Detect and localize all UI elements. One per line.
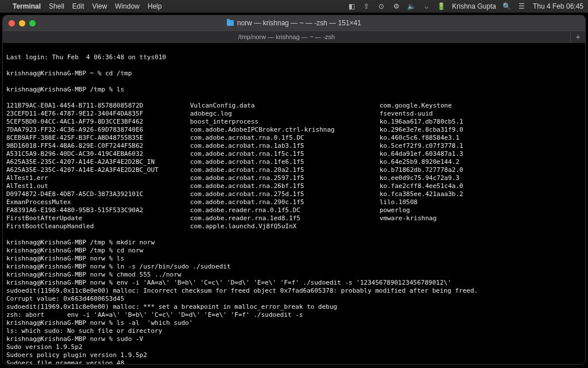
- menubar-clock[interactable]: Thu 4 Feb 06:45: [533, 2, 583, 10]
- term-line: Last login: Thu Feb 4 06:36:48 on ttys01…: [6, 53, 582, 62]
- ls-cell: ko.fae2cff8.4ee51c4a.0: [380, 182, 463, 190]
- ls-cell: 23CEFD11-4E76-4787-9E12-3404F4DA835F: [6, 110, 190, 118]
- ls-cell: ko.fca385ee.421aaa3b.2: [380, 190, 463, 198]
- status-icon[interactable]: ⊙: [377, 2, 385, 10]
- ls-row: 5CEF5BD0-04CC-4AC1-AF79-8D3CCE3BF462boos…: [6, 118, 582, 126]
- control-center-icon[interactable]: ☰: [518, 2, 526, 10]
- menubar-left: Terminal Shell Edit View Window Help: [5, 2, 162, 10]
- status-icon[interactable]: ◧: [347, 2, 355, 10]
- menu-shell[interactable]: Shell: [49, 2, 64, 10]
- ls-row: ExmanProcessMutexcom.adobe.acrobat.rna.2…: [6, 198, 582, 206]
- term-line: sudoedit(11969,0x11c8e0e00) malloc: Inco…: [6, 287, 582, 295]
- ls-cell: FirstBootAfterUpdate: [6, 214, 190, 223]
- term-line: krishnag@KrishnaG-MBP /tmp % ls: [6, 86, 582, 94]
- ls-cell: com.adobe.AdobeIPCBroker.ctrl-krishnag: [190, 126, 380, 134]
- menu-view[interactable]: View: [92, 2, 107, 10]
- ls-cell: A531C5A9-B296-40DC-AC30-419C4EBA6032: [6, 150, 190, 158]
- ls-cell: FirstBootCleanupHandled: [6, 223, 190, 231]
- ls-cell: 9BD16018-FF54-4BA6-829E-C0F7244F5B62: [6, 142, 190, 150]
- ls-cell: ko.64da91ef.603487a1.3: [380, 150, 463, 158]
- ls-row: FirstBootAfterUpdatecom.adobe.reader.rna…: [6, 214, 582, 223]
- term-line: Corrupt value: 0x663d4600653d45: [6, 295, 582, 303]
- ls-row: 8CEB9AFF-388E-425F-B3FC-ABD48755B35Ecom.…: [6, 134, 582, 142]
- menu-window[interactable]: Window: [115, 2, 140, 10]
- ls-cell: com.google.Keystone: [380, 102, 452, 110]
- menubar-user[interactable]: Krishna Gupta: [452, 2, 496, 10]
- ls-cell: AlTest1.out: [6, 182, 190, 190]
- ls-row: AlTest1.errcom.adobe.acrobat.rna.2597.1f…: [6, 174, 582, 182]
- ls-cell: com.adobe.acrobat.rna.2597.1f5: [190, 174, 380, 182]
- menu-edit[interactable]: Edit: [72, 2, 84, 10]
- term-line: krishnag@KrishnaG-MBP /tmp % mkdir norw: [6, 239, 582, 247]
- tab-active[interactable]: /tmp/norw — krishnag — ~ — -zsh: [3, 31, 570, 43]
- menu-help[interactable]: Help: [148, 2, 162, 10]
- ls-cell: com.adobe.acrobat.rna.26bf.1f5: [190, 182, 380, 190]
- battery-icon[interactable]: 🔋: [437, 2, 445, 10]
- ls-cell: D0974872-D4E8-4DB7-A5CD-3873A392101C: [6, 190, 190, 198]
- term-line: Sudo version 1.9.5p2: [6, 343, 582, 351]
- ls-cell: ko.460c5c6.f88584e3.1: [380, 134, 459, 142]
- ls-cell: FA8391A6-E198-4480-95B3-515F533C90A2: [6, 206, 190, 214]
- ls-row: 9BD16018-FF54-4BA6-829E-C0F7244F5B62com.…: [6, 142, 582, 150]
- ls-cell: ko.64e25b9.8920e144.2: [380, 158, 459, 166]
- ls-cell: 7DAA7923-FF32-4C36-A926-69D7838740E6: [6, 126, 190, 134]
- term-line: krishnag@KrishnaG-MBP /tmp % cd norw: [6, 247, 582, 255]
- ls-cell: ko.296e3e7e.8cba31f9.0: [380, 126, 463, 134]
- term-line: krishnag@KrishnaG-MBP norw % sudo -V: [6, 335, 582, 343]
- wifi-icon[interactable]: ⌵: [422, 2, 430, 10]
- ls-row: 121B79AC-E0A1-4454-B711-85788085872DVulc…: [6, 102, 582, 110]
- ls-cell: vmware-krishnag: [380, 214, 436, 223]
- terminal-output[interactable]: Last login: Thu Feb 4 06:36:48 on ttys01…: [3, 43, 585, 364]
- ls-cell: ko.b71862db.727778a2.0: [380, 166, 463, 174]
- ls-cell: com.adobe.acrobat.rna.0.1f5.DC: [190, 134, 380, 142]
- ls-cell: com.adobe.reader.rna.1ed8.1f5: [190, 214, 380, 223]
- ls-row: AlTest1.outcom.adobe.acrobat.rna.26bf.1f…: [6, 182, 582, 190]
- app-name[interactable]: Terminal: [13, 2, 41, 10]
- window-titlebar[interactable]: norw — krishnag — ~ — -zsh — 151×41: [3, 16, 585, 30]
- folder-icon: [227, 20, 234, 26]
- ls-cell: com.adobe.acrobat.rna.290c.1f5: [190, 198, 380, 206]
- volume-icon[interactable]: 🔈: [407, 2, 415, 10]
- ls-cell: 8CEB9AFF-388E-425F-B3FC-ABD48755B35E: [6, 134, 190, 142]
- ls-cell: adobegc.log: [190, 110, 380, 118]
- status-icon[interactable]: ⚙: [392, 2, 400, 10]
- ls-cell: com.apple.launchd.Vj8fQ5uInX: [190, 223, 380, 231]
- ls-cell: ko.5cef72f9.c07f3778.1: [380, 142, 463, 150]
- term-line: Sudoers file grammar version 48: [6, 359, 582, 364]
- menubar-right: ◧ ⇪ ⊙ ⚙ 🔈 ⌵ 🔋 Krishna Gupta 🔍 ☰ Thu 4 Fe…: [347, 2, 583, 10]
- ls-cell: com.adobe.acrobat.rna.20a2.1f5: [190, 166, 380, 174]
- terminal-window: norw — krishnag — ~ — -zsh — 151×41 /tmp…: [2, 15, 586, 365]
- ls-cell: ko.ee0d9c75.94c72a9.3: [380, 174, 459, 182]
- ls-row: FA8391A6-E198-4480-95B3-515F533C90A2com.…: [6, 206, 582, 214]
- ls-cell: 5CEF5BD0-04CC-4AC1-AF79-8D3CCE3BF462: [6, 118, 190, 126]
- term-line: ls: which sudo: No such file or director…: [6, 327, 582, 335]
- term-line: sudoedit(11969,0x11c8e0e00) malloc: *** …: [6, 303, 582, 311]
- ls-row: 7DAA7923-FF32-4C36-A926-69D7838740E6com.…: [6, 126, 582, 134]
- ls-cell: com.adobe.acrobat.rna.1f5c.1f5: [190, 150, 380, 158]
- ls-cell: com.adobe.reader.rna.0.1f5.DC: [190, 206, 380, 214]
- ls-cell: powerlog: [380, 206, 410, 214]
- ls-cell: ExmanProcessMutex: [6, 198, 190, 206]
- ls-row: A531C5A9-B296-40DC-AC30-419C4EBA6032com.…: [6, 150, 582, 158]
- ls-cell: A625A35E-235C-4207-A14E-A2A3F4E2D2BC_OUT: [6, 166, 190, 174]
- ls-row: A625A35E-235C-4207-A14E-A2A3F4E2D2BC_OUT…: [6, 166, 582, 174]
- term-line: krishnag@KrishnaG-MBP norw % chmod 555 .…: [6, 271, 582, 279]
- ls-cell: lilo.10508: [380, 198, 417, 206]
- status-icon[interactable]: ⇪: [362, 2, 370, 10]
- term-line: zsh: abort env -i 'AA=a\' 'B=b\' 'C=c\' …: [6, 311, 582, 319]
- tab-bar: /tmp/norw — krishnag — ~ — -zsh +: [3, 30, 585, 43]
- ls-cell: boost_interprocess: [190, 118, 380, 126]
- term-line: krishnag@KrishnaG-MBP norw % ls -al 'whi…: [6, 319, 582, 327]
- term-line: krishnag@KrishnaG-MBP norw % ls: [6, 255, 582, 263]
- search-icon[interactable]: 🔍: [503, 2, 511, 10]
- window-title: norw — krishnag — ~ — -zsh — 151×41: [3, 19, 585, 27]
- ls-cell: com.adobe.acrobat.rna.1ab3.1f5: [190, 142, 380, 150]
- ls-row: 23CEFD11-4E76-4787-9E12-3404F4DA835Fadob…: [6, 110, 582, 118]
- ls-cell: A625A35E-235C-4207-A14E-A2A3F4E2D2BC_IN: [6, 158, 190, 166]
- window-title-text: norw — krishnag — ~ — -zsh — 151×41: [237, 19, 361, 27]
- ls-cell: ko.196aa617.db780cb5.1: [380, 118, 463, 126]
- term-line: krishnag@KrishnaG-MBP ~ % cd /tmp: [6, 70, 582, 78]
- new-tab-button[interactable]: +: [570, 31, 585, 43]
- term-line: krishnag@KrishnaG-MBP norw % env -i 'AA=…: [6, 279, 582, 287]
- ls-cell: com.adobe.acrobat.rna.275d.1f5: [190, 190, 380, 198]
